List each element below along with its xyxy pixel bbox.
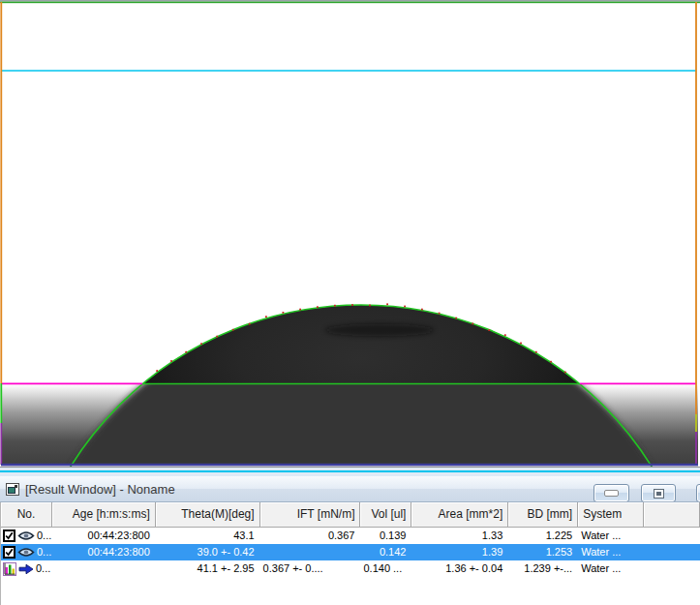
arrow-right-icon (18, 563, 34, 575)
row-number-label: 0... (37, 544, 51, 560)
column-header-label: Theta(M)[deg] (181, 507, 254, 521)
result-window-icon (6, 483, 19, 496)
cell-value: 00:44:23:800 (88, 529, 150, 541)
cyan-divider-line[interactable] (0, 470, 700, 472)
restore-icon (654, 489, 664, 499)
cell-vol: 0.140 ... (360, 560, 411, 577)
row-checkbox[interactable] (3, 529, 15, 542)
minimize-icon (604, 490, 619, 497)
cell-system: Water ... (578, 528, 644, 544)
cell-value: 39.0 +- 0.42 (198, 546, 255, 558)
edge-dot (317, 306, 319, 308)
cell-area: 1.33 (411, 528, 508, 544)
cell-vol: 0.139 (360, 528, 411, 544)
edge-dot (564, 372, 566, 374)
edge-dot (504, 334, 506, 336)
edge-dot (156, 370, 158, 372)
cell-ift: 0.367 +- 0.... (260, 560, 361, 577)
cell-value: 1.36 +- 0.04 (445, 562, 502, 574)
edge-dot (216, 336, 218, 338)
column-header-area[interactable]: Area [mm*2] (411, 502, 508, 527)
cell-theta: 41.1 +- 2.95 (156, 560, 260, 577)
top-gray-strip (0, 0, 700, 2)
edge-dot (472, 323, 473, 325)
minimize-button[interactable] (593, 484, 629, 502)
column-header-label: Age [h:m:s:ms] (73, 507, 150, 521)
column-header-age[interactable]: Age [h:m:s:ms] (52, 502, 156, 527)
cell-value: Water ... (581, 562, 621, 574)
column-header-theta[interactable]: Theta(M)[deg] (156, 502, 260, 527)
result-table-header: No.Age [h:m:s:ms]Theta(M)[deg]IFT [mN/m]… (1, 502, 700, 528)
result-table-body: 0...00:44:23:80043.10.3670.1391.331.225W… (1, 528, 700, 577)
cell-value: 0.367 (328, 529, 355, 541)
drop-dark-streak (325, 324, 434, 337)
cell-no: 0... (1, 560, 52, 577)
cell-value: 1.39 (482, 546, 502, 558)
cell-bd: 1.225 (508, 528, 578, 544)
edge-dot (550, 361, 552, 363)
column-header-label: No. (17, 507, 36, 521)
bar-chart-icon (3, 562, 16, 576)
cell-no: 0... (1, 544, 52, 560)
edge-dot (351, 304, 353, 306)
app-screen: [Result Window] - Noname No.Age [h:m:s:m… (0, 0, 700, 605)
drop-image (0, 0, 700, 467)
column-header-label: Vol [ul] (371, 507, 406, 521)
eye-icon[interactable] (17, 547, 35, 558)
cell-vol: 0.142 (360, 544, 411, 560)
row-checkbox[interactable] (3, 546, 15, 559)
cell-value: 00:44:23:800 (88, 546, 150, 558)
cell-value: 0.140 ... (363, 562, 402, 574)
table-row[interactable]: 0...41.1 +- 2.950.367 +- 0....0.140 ...1… (1, 560, 700, 577)
table-row[interactable]: 0...00:44:23:80043.10.3670.1391.331.225W… (1, 528, 700, 544)
cell-value: 1.253 (546, 546, 573, 558)
edge-dot (265, 316, 267, 318)
eye-icon[interactable] (17, 530, 35, 541)
edge-dot (439, 313, 441, 315)
cell-area: 1.39 (411, 544, 508, 560)
cell-system: Water ... (578, 560, 644, 577)
checkmark-icon (5, 548, 14, 557)
edge-dot (535, 351, 537, 353)
column-header-system[interactable]: System (578, 502, 644, 527)
column-header-extra[interactable] (644, 502, 700, 527)
cell-value: 1.239 +-... (524, 562, 572, 574)
edge-dot (421, 309, 423, 311)
row-number-label: 0... (36, 560, 50, 577)
close-button[interactable] (696, 484, 700, 502)
column-header-bd[interactable]: BD [mm] (508, 502, 578, 527)
column-header-label: Area [mm*2] (439, 507, 503, 521)
cell-value: 0.139 (380, 529, 407, 541)
table-empty-area (1, 577, 700, 605)
cell-system: Water ... (578, 544, 644, 560)
cell-value: 1.225 (546, 529, 573, 541)
cell-bd: 1.239 +-... (508, 560, 578, 577)
restore-button[interactable] (641, 484, 676, 502)
cell-value: Water ... (581, 546, 621, 558)
checkmark-icon (5, 531, 14, 540)
edge-dot (369, 305, 371, 307)
result-table: No.Age [h:m:s:ms]Theta(M)[deg]IFT [mN/m]… (0, 502, 700, 605)
edge-dot (200, 343, 202, 345)
cell-no: 0... (1, 528, 52, 544)
cell-theta: 43.1 (156, 528, 260, 544)
cell-value: 43.1 (233, 529, 254, 541)
row-number-label: 0... (37, 528, 51, 544)
table-row[interactable]: 0...00:44:23:80039.0 +- 0.420.1421.391.2… (1, 544, 700, 560)
cell-bd: 1.253 (508, 544, 578, 560)
column-header-vol[interactable]: Vol [ul] (360, 502, 411, 527)
result-window-titlebar[interactable]: [Result Window] - Noname (0, 476, 700, 502)
edge-dot (386, 303, 388, 305)
cell-age: 00:44:23:800 (52, 544, 156, 560)
cell-value: 41.1 +- 2.95 (198, 562, 255, 574)
cell-value: 0.367 +- 0.... (263, 562, 323, 574)
cell-theta: 39.0 +- 0.42 (156, 544, 260, 560)
cell-value: 0.142 (380, 546, 407, 558)
column-header-ift[interactable]: IFT [mN/m] (260, 502, 361, 527)
edge-dot (283, 312, 285, 314)
result-window: [Result Window] - Noname No.Age [h:m:s:m… (0, 476, 700, 605)
edge-dot (455, 318, 457, 319)
edge-dot (232, 329, 234, 331)
edge-dot (404, 306, 406, 308)
column-header-no[interactable]: No. (1, 502, 52, 527)
